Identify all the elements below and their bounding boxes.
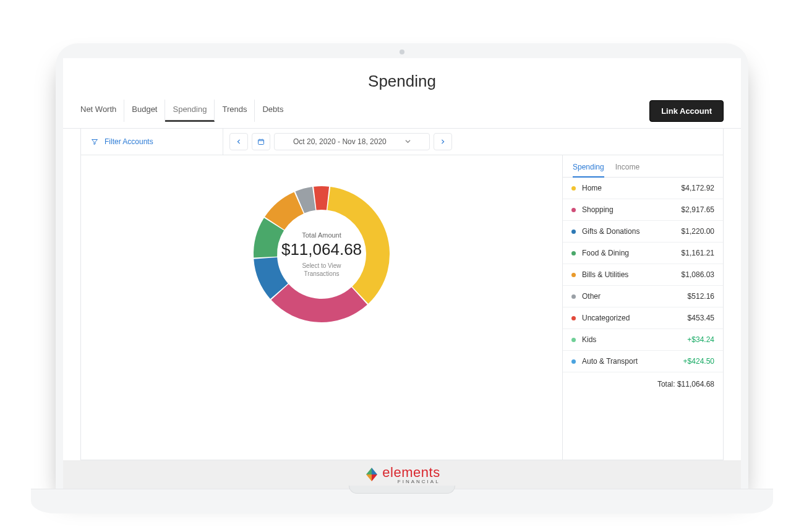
- category-name: Food & Dining: [582, 249, 682, 257]
- svg-marker-3: [366, 474, 372, 481]
- elements-logo: elements FINANCIAL: [364, 465, 440, 484]
- category-list: Home$4,172.92Shopping$2,917.65Gifts & Do…: [563, 178, 723, 372]
- svg-marker-1: [372, 468, 377, 474]
- category-color-dot: [571, 359, 576, 364]
- category-row[interactable]: Home$4,172.92: [563, 178, 723, 199]
- donut-slice[interactable]: [327, 187, 390, 304]
- category-row[interactable]: Auto & Transport+$424.50: [563, 351, 723, 372]
- category-row[interactable]: Food & Dining$1,161.21: [563, 242, 723, 264]
- date-range-picker[interactable]: Oct 20, 2020 - Nov 18, 2020: [274, 133, 430, 150]
- logo-brand: elements: [382, 465, 440, 480]
- tab-net-worth[interactable]: Net Worth: [80, 100, 124, 122]
- category-amount: $2,917.65: [682, 205, 714, 214]
- donut-chart[interactable]: Total Amount $11,064.68 Select to View T…: [247, 180, 396, 328]
- category-row[interactable]: Bills & Utilities$1,086.03: [563, 264, 723, 286]
- category-amount: $512.16: [688, 292, 714, 301]
- category-name: Shopping: [582, 205, 682, 214]
- category-row[interactable]: Other$512.16: [563, 286, 723, 307]
- category-color-dot: [571, 251, 576, 255]
- category-name: Auto & Transport: [582, 357, 683, 366]
- category-color-dot: [571, 230, 576, 234]
- category-color-dot: [571, 316, 576, 320]
- page-title: Spending: [63, 58, 741, 100]
- category-row[interactable]: Shopping$2,917.65: [563, 199, 723, 221]
- side-tabs: Spending Income: [563, 155, 723, 178]
- category-amount: $453.45: [688, 314, 714, 322]
- logo-mark-icon: [364, 466, 380, 483]
- category-row[interactable]: Uncategorized$453.45: [563, 307, 723, 329]
- category-total: Total: $11,064.68: [563, 372, 723, 396]
- laptop-base: [31, 489, 773, 513]
- side-tab-income[interactable]: Income: [615, 163, 639, 177]
- screen: Spending Net WorthBudgetSpendingTrendsDe…: [63, 58, 741, 489]
- svg-marker-2: [366, 468, 372, 474]
- logo-text: elements FINANCIAL: [382, 465, 440, 484]
- filter-icon: [91, 138, 98, 145]
- category-color-dot: [571, 208, 576, 212]
- category-amount: $1,086.03: [682, 270, 714, 279]
- camera-dot: [400, 49, 404, 54]
- chart-panel: Total Amount $11,064.68 Select to View T…: [81, 155, 562, 460]
- category-amount: $1,161.21: [682, 249, 714, 257]
- date-range-text: Oct 20, 2020 - Nov 18, 2020: [293, 137, 387, 146]
- svg-marker-4: [372, 474, 377, 481]
- footer-logo-bar: elements FINANCIAL: [63, 460, 741, 489]
- body: Total Amount $11,064.68 Select to View T…: [80, 155, 724, 460]
- category-amount: $4,172.92: [682, 184, 714, 192]
- category-row[interactable]: Kids+$34.24: [563, 329, 723, 351]
- tab-spending[interactable]: Spending: [165, 100, 215, 122]
- category-amount: +$34.24: [687, 335, 714, 344]
- category-name: Bills & Utilities: [582, 270, 682, 279]
- donut-slice[interactable]: [314, 186, 329, 210]
- laptop-frame: Spending Net WorthBudgetSpendingTrendsDe…: [56, 43, 748, 489]
- category-color-dot: [571, 273, 576, 277]
- category-color-dot: [571, 294, 576, 299]
- category-color-dot: [571, 338, 576, 342]
- filter-accounts-button[interactable]: Filter Accounts: [81, 128, 223, 155]
- link-account-button[interactable]: Link Account: [649, 100, 724, 122]
- category-name: Home: [582, 184, 682, 192]
- category-amount: $1,220.00: [682, 227, 714, 236]
- filter-bar: Filter Accounts Oct 20, 2020 - Nov 18, 2…: [80, 128, 724, 155]
- category-row[interactable]: Gifts & Donations$1,220.00: [563, 221, 723, 242]
- chevron-down-icon: [405, 139, 411, 144]
- side-tab-spending[interactable]: Spending: [573, 163, 604, 178]
- date-prev-button[interactable]: [229, 133, 248, 150]
- tab-trends[interactable]: Trends: [215, 100, 255, 122]
- tabs-row: Net WorthBudgetSpendingTrendsDebts Link …: [63, 100, 741, 129]
- filter-accounts-label: Filter Accounts: [105, 137, 153, 146]
- category-name: Uncategorized: [582, 314, 688, 322]
- donut-slice[interactable]: [271, 284, 367, 322]
- app: Spending Net WorthBudgetSpendingTrendsDe…: [63, 58, 741, 489]
- category-name: Kids: [582, 335, 687, 344]
- tab-budget[interactable]: Budget: [124, 100, 165, 122]
- category-amount: +$424.50: [683, 357, 714, 366]
- nav-tabs: Net WorthBudgetSpendingTrendsDebts: [80, 100, 291, 122]
- category-side-panel: Spending Income Home$4,172.92Shopping$2,…: [562, 155, 723, 460]
- date-nav: Oct 20, 2020 - Nov 18, 2020: [223, 128, 723, 155]
- svg-rect-0: [259, 139, 264, 144]
- category-name: Other: [582, 292, 688, 301]
- date-next-button[interactable]: [434, 133, 452, 150]
- calendar-button[interactable]: [252, 133, 270, 150]
- category-name: Gifts & Donations: [582, 227, 682, 236]
- category-color-dot: [571, 186, 576, 191]
- tab-debts[interactable]: Debts: [255, 100, 291, 122]
